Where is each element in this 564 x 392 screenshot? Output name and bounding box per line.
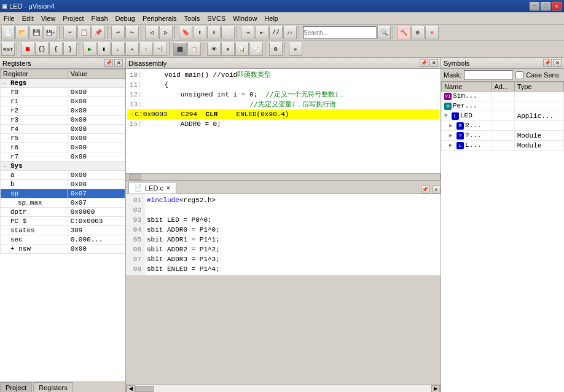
nav-forward-button[interactable]: ▷ [159, 26, 173, 39]
registers-pin-button[interactable]: 📌 [104, 59, 113, 67]
search-button[interactable]: 🔍 [377, 26, 391, 39]
braces-button[interactable]: {} [35, 42, 49, 56]
search-input[interactable] [303, 26, 377, 39]
table-row[interactable]: r4 0x00 [1, 125, 125, 134]
cut-button[interactable]: ✂ [63, 26, 77, 39]
step-over-button[interactable]: ↷ [125, 42, 139, 56]
table-row[interactable]: states 389 [1, 226, 125, 235]
table-row[interactable]: ▶ LL... Module [442, 141, 564, 151]
maximize-button[interactable]: □ [541, 2, 550, 10]
registers-close-button[interactable]: ✕ [114, 59, 123, 67]
tab-registers[interactable]: Registers [33, 382, 72, 392]
stop-debug-button[interactable]: ⏹ [21, 42, 34, 56]
disassembly-code-area[interactable]: 10: void main() //void 即函数类型 11: { 12: u… [126, 69, 441, 173]
save-all-button[interactable]: 💾+ [44, 26, 57, 39]
redo-button[interactable]: ↪ [125, 26, 139, 39]
breakpoint-button[interactable]: ⬛ [173, 42, 187, 56]
watch-button[interactable]: 👁 [207, 42, 221, 56]
table-row[interactable]: ⚙Per... [442, 101, 564, 111]
table-row[interactable]: a 0x00 [1, 171, 125, 180]
next-bookmark-button[interactable]: ⬇ [207, 26, 221, 39]
unindent-button[interactable]: ⇤ [255, 26, 268, 39]
new-file-button[interactable]: 📄 [1, 26, 15, 39]
menu-debug[interactable]: Debug [112, 14, 139, 23]
menu-window[interactable]: Window [229, 14, 260, 23]
disassembly-h-scrollbar[interactable] [126, 173, 441, 181]
case-sensitive-checkbox[interactable] [515, 71, 523, 79]
step-into-button[interactable]: ↓ [111, 42, 125, 56]
braces3-button[interactable]: } [63, 42, 77, 56]
stop-button[interactable]: ⏸ [97, 42, 111, 56]
menu-flash[interactable]: Flash [88, 14, 112, 23]
table-row[interactable]: r7 0x00 [1, 152, 125, 162]
menu-help[interactable]: Help [260, 14, 282, 23]
symbols-pin-button[interactable]: 📌 [543, 59, 552, 67]
minimize-button[interactable]: ─ [530, 2, 539, 10]
reset-button[interactable]: RST [1, 42, 15, 56]
braces2-button[interactable]: { [49, 42, 63, 56]
step-out-button[interactable]: ↑ [139, 42, 153, 56]
table-row[interactable]: ▶ ??... Module [442, 131, 564, 141]
save-button[interactable]: 💾 [29, 26, 43, 39]
table-row[interactable]: PC $ C:0x0003 [1, 217, 125, 226]
table-row[interactable]: sp_max 0x07 [1, 198, 125, 208]
table-row[interactable]: ▼ LLED Applic... [442, 111, 564, 121]
breakpoints-window-button[interactable]: 📋 [187, 42, 201, 56]
menu-tools[interactable]: Tools [181, 14, 204, 23]
source-panel-close[interactable]: ✕ [432, 186, 441, 194]
source-code-scroll[interactable]: 01 02 03 04 05 06 07 08 #include<reg52.h… [126, 194, 441, 385]
build-button[interactable]: 🔨 [397, 26, 410, 39]
table-row[interactable]: sec 0.000... [1, 235, 125, 245]
clear-bookmarks-button[interactable]: ⬜ [221, 26, 235, 39]
paste-button[interactable]: 📌 [92, 26, 105, 39]
comment-button[interactable]: // [269, 26, 283, 39]
rebuild-button[interactable]: ⚙ [411, 26, 425, 39]
table-row[interactable]: + nsw 0x00 [1, 245, 125, 254]
table-row[interactable]: ─ Sys [1, 162, 125, 171]
table-row[interactable]: VISim... [442, 92, 564, 101]
indent-button[interactable]: ⇥ [241, 26, 254, 39]
menu-peripherals[interactable]: Peripherals [139, 14, 181, 23]
run-to-cursor-button[interactable]: →| [154, 42, 167, 56]
performance-button[interactable]: 📊 [235, 42, 249, 56]
table-row[interactable]: r5 0x00 [1, 134, 125, 143]
menu-svcs[interactable]: SVCS [203, 14, 229, 23]
disassembly-pin-button[interactable]: 📌 [420, 59, 428, 67]
menu-project[interactable]: Project [59, 14, 87, 23]
source-tab-ledc[interactable]: 📄 LED.c ✕ [128, 182, 176, 194]
table-row[interactable]: ▶ RR... [442, 121, 564, 131]
undo-button[interactable]: ↩ [111, 26, 125, 39]
menu-file[interactable]: File [0, 14, 18, 23]
table-row[interactable]: dptr 0x0000 [1, 208, 125, 217]
menu-view[interactable]: View [37, 14, 60, 23]
uncomment-button[interactable]: // [283, 26, 297, 39]
stop-build-button[interactable]: ✕ [425, 26, 439, 39]
source-tab-close[interactable]: ✕ [166, 185, 171, 191]
copy-button[interactable]: 📋 [77, 26, 91, 39]
table-row[interactable]: b 0x00 [1, 180, 125, 189]
table-row[interactable]: r2 0x00 [1, 106, 125, 116]
table-row[interactable]: r3 0x00 [1, 116, 125, 125]
table-row[interactable]: r0 0x00 [1, 88, 125, 97]
bookmark-button[interactable]: 🔖 [179, 26, 192, 39]
scroll-right-button[interactable]: ► [431, 385, 440, 392]
tab-project[interactable]: Project [0, 382, 32, 392]
mask-input[interactable] [464, 70, 513, 80]
table-row[interactable]: ─ Regs [1, 79, 125, 88]
open-button[interactable]: 📂 [15, 26, 29, 39]
logic-button[interactable]: 📈 [249, 42, 263, 56]
settings-button[interactable]: ⚙ [269, 42, 283, 56]
source-panel-pin[interactable]: 📌 [421, 186, 429, 194]
memory-button[interactable]: M [221, 42, 235, 56]
table-row[interactable]: sp 0x07 [1, 189, 125, 198]
disassembly-close-button[interactable]: ✕ [429, 59, 438, 67]
prev-bookmark-button[interactable]: ⬆ [193, 26, 206, 39]
table-row[interactable]: r1 0x00 [1, 97, 125, 106]
symbols-close-button[interactable]: ✕ [553, 59, 562, 67]
menu-edit[interactable]: Edit [18, 14, 37, 23]
run-button[interactable]: ▶ [83, 42, 96, 56]
table-row[interactable]: r6 0x00 [1, 143, 125, 152]
extra-button[interactable]: ≡ [289, 42, 302, 56]
close-button[interactable]: ✕ [552, 2, 562, 10]
nav-back-button[interactable]: ◁ [145, 26, 159, 39]
